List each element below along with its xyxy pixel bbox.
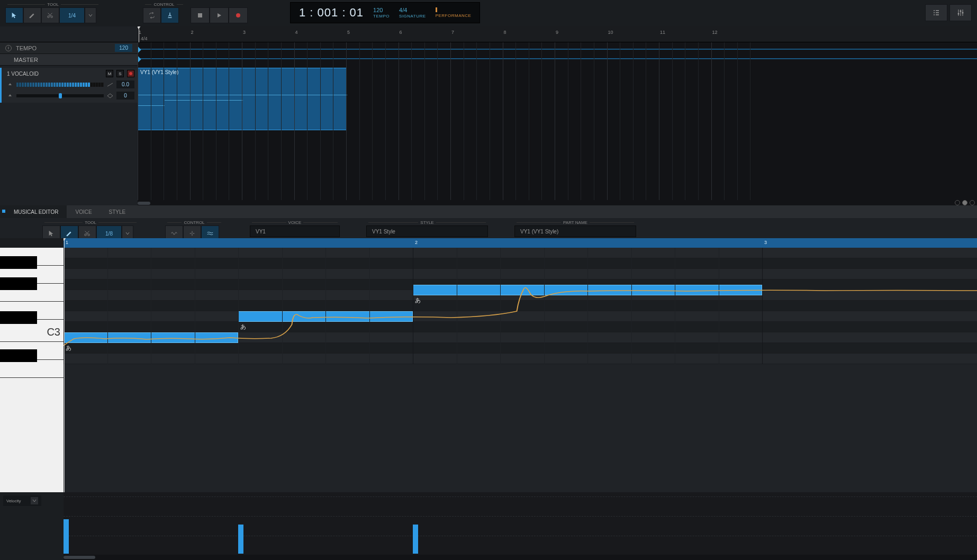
arrange-view: i TEMPO 120 MASTER 1 VOCALOID M S: [0, 26, 977, 205]
time-signature: 4/4: [141, 36, 148, 41]
pr-bar-number: 2: [415, 240, 418, 245]
master-row[interactable]: MASTER: [0, 54, 138, 66]
velocity-editor[interactable]: [64, 492, 977, 560]
pan-icon: [107, 93, 113, 98]
tab-musical-editor[interactable]: MUSICAL EDITOR: [0, 205, 67, 218]
volume-slider[interactable]: [16, 83, 104, 87]
song-position: 1 : 001 : 01: [299, 6, 364, 20]
track-record-button[interactable]: [127, 70, 134, 77]
zoom-slider[interactable]: [962, 200, 967, 205]
bar-number: 11: [660, 30, 665, 35]
tempo-row-value[interactable]: 120: [115, 44, 132, 52]
collapse-volume-button[interactable]: [7, 82, 13, 88]
bar-number: 6: [400, 30, 402, 35]
pan-value[interactable]: 0: [116, 92, 134, 100]
piano-roll: C3 123 あ: [0, 238, 977, 492]
musical-editor-toolbar: TOOL 1/8 CONTROL VOICE VY1 STYLE VY1 St: [0, 218, 977, 238]
mute-button[interactable]: M: [106, 70, 113, 77]
snap-button[interactable]: [161, 7, 179, 23]
song-position-display: 1 : 001 : 01 120 TEMPO 4/4 SIGNATURE PER…: [290, 2, 480, 23]
track-list-panel: i TEMPO 120 MASTER 1 VOCALOID M S: [0, 26, 138, 205]
list-view-button[interactable]: [925, 4, 947, 21]
performance-mark-icon: [436, 7, 437, 12]
performance-label[interactable]: PERFORMANCE: [436, 13, 472, 18]
pan-slider[interactable]: [16, 94, 104, 97]
svg-rect-2: [198, 13, 202, 17]
record-button[interactable]: [229, 7, 248, 23]
timeline[interactable]: 4/4 123456789101112 VY1 (VY1 Style): [138, 26, 977, 205]
me-control-label: CONTROL: [184, 220, 204, 225]
solo-button[interactable]: S: [116, 70, 124, 77]
control-section-label: CONTROL: [153, 2, 174, 7]
signature-value[interactable]: 4/4: [399, 7, 407, 13]
volume-value[interactable]: 0.0: [116, 80, 134, 88]
top-toolbar: TOOL 1/4 CONTROL: [0, 0, 977, 26]
svg-point-4: [960, 11, 962, 12]
bar-number: 9: [556, 30, 558, 35]
svg-point-3: [958, 13, 960, 15]
voice-selector[interactable]: VY1: [250, 225, 340, 237]
piano-keyboard[interactable]: C3: [0, 248, 64, 492]
quantize-selector[interactable]: 1/4: [59, 7, 85, 23]
tab-style[interactable]: STYLE: [101, 205, 134, 218]
collapse-pan-button[interactable]: [7, 93, 13, 99]
tempo-row[interactable]: i TEMPO 120: [0, 42, 138, 54]
info-icon: i: [5, 45, 12, 51]
style-selector[interactable]: VY1 Style: [366, 225, 488, 237]
bar-number: 7: [451, 30, 454, 35]
bar-number: 3: [243, 30, 246, 35]
velocity-bar[interactable]: [413, 525, 418, 554]
bar-number: 10: [608, 30, 613, 35]
partname-field[interactable]: VY1 (VY1 Style): [514, 225, 636, 237]
signature-label: SIGNATURE: [399, 14, 426, 19]
pianoroll-playhead[interactable]: [64, 238, 65, 492]
track-header[interactable]: 1 VOCALOID M S 0.0 0: [0, 68, 138, 103]
scissors-tool-button[interactable]: [41, 7, 59, 23]
bar-number: 2: [191, 30, 194, 35]
me-partname-label: PART NAME: [563, 220, 587, 225]
timeline-scrollbar[interactable]: [138, 201, 977, 205]
editor-tabs: MUSICAL EDITOR VOICE STYLE: [0, 205, 977, 218]
arrow-tool-button[interactable]: [5, 7, 23, 23]
velocity-bar[interactable]: [238, 525, 243, 554]
pr-bar-number: 3: [764, 240, 767, 245]
bar-number: 4: [295, 30, 298, 35]
tool-section-label: TOOL: [47, 2, 59, 7]
me-voice-label: VOICE: [288, 220, 302, 225]
bar-number: 8: [504, 30, 506, 35]
velocity-scrollbar[interactable]: [64, 555, 977, 560]
chevron-down-icon: [31, 497, 38, 504]
tab-voice[interactable]: VOICE: [67, 205, 100, 218]
svg-point-5: [962, 12, 964, 14]
tempo-row-label: TEMPO: [16, 45, 37, 51]
zoom-out-button[interactable]: [955, 200, 960, 205]
master-label: MASTER: [14, 57, 38, 63]
note-lyric: あ: [66, 344, 71, 352]
tempo-value[interactable]: 120: [373, 7, 383, 13]
timeline-ruler[interactable]: 4/4 123456789101112: [138, 26, 977, 42]
record-icon: [236, 13, 240, 17]
bar-number: 5: [347, 30, 350, 35]
tempo-label: TEMPO: [373, 14, 390, 19]
velocity-bar[interactable]: [64, 519, 69, 554]
piano-roll-ruler[interactable]: 123: [64, 238, 977, 248]
velocity-selector[interactable]: Velocity: [3, 495, 41, 506]
zoom-in-button[interactable]: [970, 200, 975, 205]
pencil-tool-button[interactable]: [23, 7, 41, 23]
piano-roll-grid[interactable]: 123 あ あ あ: [64, 238, 977, 492]
me-style-label: STYLE: [420, 220, 433, 225]
velocity-label: Velocity: [6, 499, 21, 503]
note-lyric: あ: [415, 296, 421, 304]
mixer-button[interactable]: [949, 4, 972, 21]
gain-icon: [107, 83, 113, 87]
loop-button[interactable]: [143, 7, 161, 23]
me-tool-label: TOOL: [85, 220, 96, 225]
bar-number: 12: [712, 30, 718, 35]
quantize-dropdown[interactable]: [85, 7, 96, 23]
play-button[interactable]: [210, 7, 229, 23]
stop-button[interactable]: [191, 7, 210, 23]
note-lyric: あ: [240, 323, 246, 331]
c3-label: C3: [47, 326, 60, 338]
track-name[interactable]: 1 VOCALOID: [7, 71, 103, 77]
velocity-lane: Velocity: [0, 492, 977, 560]
